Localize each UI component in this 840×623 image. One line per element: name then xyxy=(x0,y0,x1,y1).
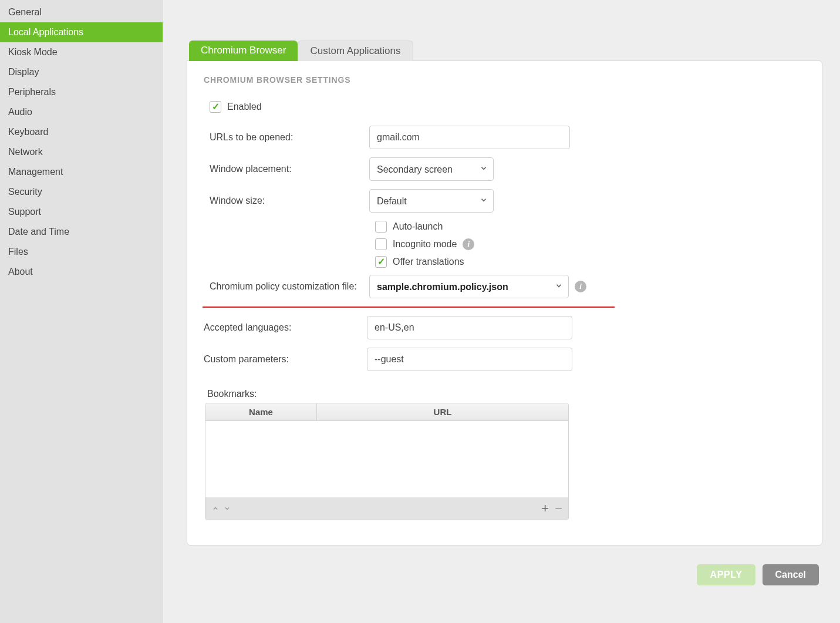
row-urls: URLs to be opened: xyxy=(204,126,805,149)
policy-select-wrap: sample.chromium.policy.json xyxy=(369,275,569,298)
remove-icon[interactable]: − xyxy=(555,501,562,516)
tab-custom-applications[interactable]: Custom Applications xyxy=(298,41,413,61)
languages-input[interactable] xyxy=(367,316,572,339)
tab-chromium-browser[interactable]: Chromium Browser xyxy=(189,41,298,61)
sidebar-item-general[interactable]: General xyxy=(0,2,163,22)
info-icon[interactable]: i xyxy=(575,281,586,292)
bookmarks-body[interactable] xyxy=(205,421,568,497)
row-languages: Accepted languages: xyxy=(204,316,805,339)
translations-label: Offer translations xyxy=(393,257,464,267)
enabled-checkbox[interactable] xyxy=(210,101,221,113)
sidebar-item-files[interactable]: Files xyxy=(0,242,163,262)
size-label: Window size: xyxy=(204,196,369,206)
sidebar-item-network[interactable]: Network xyxy=(0,142,163,162)
highlight-underline xyxy=(203,307,615,308)
enabled-label: Enabled xyxy=(227,102,262,112)
urls-input[interactable] xyxy=(369,126,570,149)
option-checkboxes: Auto-launch Incognito mode i Offer trans… xyxy=(375,221,805,268)
bookmarks-header-name[interactable]: Name xyxy=(205,403,317,420)
placement-label: Window placement: xyxy=(204,164,369,174)
bookmarks-header: Name URL xyxy=(205,403,568,421)
incognito-checkbox[interactable] xyxy=(375,238,387,250)
autolaunch-label: Auto-launch xyxy=(393,221,443,232)
bookmarks-label: Bookmarks: xyxy=(204,389,805,399)
sidebar-item-kiosk-mode[interactable]: Kiosk Mode xyxy=(0,42,163,62)
translations-checkbox[interactable] xyxy=(375,256,387,268)
bookmarks-header-url[interactable]: URL xyxy=(317,403,568,420)
tabs: Chromium Browser Custom Applications xyxy=(189,40,822,60)
params-label: Custom parameters: xyxy=(204,354,367,365)
row-policy: Chromium policy customization file: samp… xyxy=(204,275,805,298)
placement-select-wrap: Secondary screen xyxy=(369,157,494,181)
apply-button[interactable]: APPLY xyxy=(697,564,755,585)
app-root: General Local Applications Kiosk Mode Di… xyxy=(0,0,840,623)
bottom-bar: APPLY Cancel xyxy=(187,564,822,585)
move-down-icon[interactable] xyxy=(223,503,231,515)
row-placement: Window placement: Secondary screen xyxy=(204,157,805,181)
sidebar-item-security[interactable]: Security xyxy=(0,182,163,202)
sidebar-item-audio[interactable]: Audio xyxy=(0,102,163,122)
sidebar-item-display[interactable]: Display xyxy=(0,62,163,82)
sidebar: General Local Applications Kiosk Mode Di… xyxy=(0,0,163,623)
row-autolaunch: Auto-launch xyxy=(375,221,805,233)
row-translations: Offer translations xyxy=(375,256,805,268)
row-enabled: Enabled xyxy=(204,96,805,117)
bookmarks-footer: + − xyxy=(205,497,568,520)
incognito-label: Incognito mode xyxy=(393,239,457,250)
row-incognito: Incognito mode i xyxy=(375,238,805,250)
policy-select[interactable]: sample.chromium.policy.json xyxy=(369,275,569,298)
sidebar-item-about[interactable]: About xyxy=(0,262,163,282)
placement-select[interactable]: Secondary screen xyxy=(369,157,494,181)
size-select[interactable]: Default xyxy=(369,189,494,213)
sidebar-item-peripherals[interactable]: Peripherals xyxy=(0,82,163,102)
add-icon[interactable]: + xyxy=(541,501,549,516)
cancel-button[interactable]: Cancel xyxy=(763,564,819,585)
info-icon[interactable]: i xyxy=(463,238,474,250)
row-params: Custom parameters: xyxy=(204,348,805,371)
autolaunch-checkbox[interactable] xyxy=(375,221,387,233)
content-area: Chromium Browser Custom Applications Chr… xyxy=(163,0,840,623)
sidebar-item-keyboard[interactable]: Keyboard xyxy=(0,122,163,142)
policy-label: Chromium policy customization file: xyxy=(204,281,369,292)
bookmarks-table: Name URL + − xyxy=(205,403,569,520)
sidebar-item-support[interactable]: Support xyxy=(0,202,163,222)
urls-label: URLs to be opened: xyxy=(204,132,369,143)
row-size: Window size: Default xyxy=(204,189,805,213)
params-input[interactable] xyxy=(367,348,572,371)
sidebar-item-local-applications[interactable]: Local Applications xyxy=(0,22,163,42)
sidebar-item-date-and-time[interactable]: Date and Time xyxy=(0,222,163,242)
section-title: Chromium Browser Settings xyxy=(204,75,805,85)
languages-label: Accepted languages: xyxy=(204,322,367,333)
size-select-wrap: Default xyxy=(369,189,494,213)
move-up-icon[interactable] xyxy=(211,503,220,515)
settings-panel: Chromium Browser Settings Enabled URLs t… xyxy=(187,60,822,545)
sidebar-item-management[interactable]: Management xyxy=(0,162,163,182)
